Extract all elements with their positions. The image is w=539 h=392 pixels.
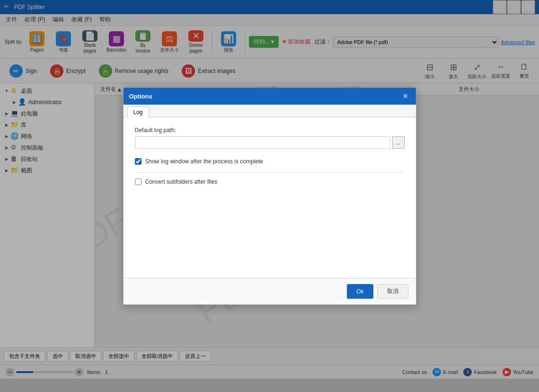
cancel-button[interactable]: 取消 xyxy=(377,284,408,299)
modal-footer: Ok 取消 xyxy=(124,278,416,304)
browse-button[interactable]: ... xyxy=(392,136,405,149)
show-log-checkbox[interactable] xyxy=(135,158,141,165)
modal-body: Default log path: ... Show log window af… xyxy=(124,117,416,278)
show-log-label: Show log window after the process is com… xyxy=(145,158,263,165)
modal-close-button[interactable]: ✕ xyxy=(401,91,410,101)
modal-title: Options xyxy=(129,93,152,100)
modal-tabs: Log xyxy=(124,105,416,117)
log-path-input[interactable] xyxy=(135,136,390,149)
convert-subfolders-label: Convert subfolders after files xyxy=(145,178,218,185)
show-log-row: Show log window after the process is com… xyxy=(135,158,405,165)
modal-overlay: Options ✕ Log Default log path: ... Show… xyxy=(0,0,539,392)
ok-button[interactable]: Ok xyxy=(347,284,373,299)
log-path-row: ... xyxy=(135,136,405,149)
options-modal: Options ✕ Log Default log path: ... Show… xyxy=(123,87,416,305)
convert-subfolders-checkbox[interactable] xyxy=(135,178,141,185)
modal-divider xyxy=(135,172,405,173)
tab-log[interactable]: Log xyxy=(127,107,149,117)
modal-title-bar: Options ✕ xyxy=(124,88,416,105)
convert-subfolders-row: Convert subfolders after files xyxy=(135,178,405,185)
log-path-label: Default log path: xyxy=(135,127,405,134)
